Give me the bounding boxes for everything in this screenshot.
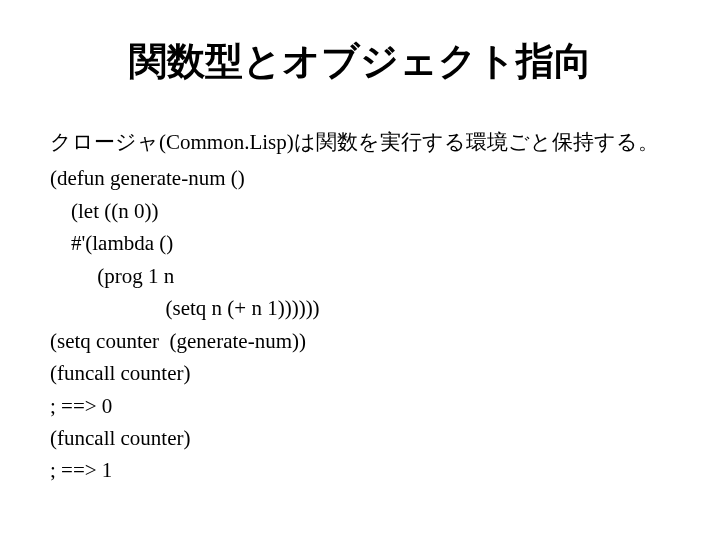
slide-title: 関数型とオブジェクト指向 [50,36,670,87]
code-line: (funcall counter) [50,358,670,388]
code-line: ; ==> 0 [50,391,670,421]
slide: 関数型とオブジェクト指向 クロージャ(Common.Lisp)は関数を実行する環… [0,0,720,540]
lead-text: クロージャ(Common.Lisp)は関数を実行する環境ごと保持する。 [50,127,670,157]
code-line: ; ==> 1 [50,455,670,485]
code-line: (setq n (+ n 1)))))) [50,293,670,323]
code-line: (prog 1 n [50,261,670,291]
code-line: #'(lambda () [50,228,670,258]
code-line: (defun generate-num () [50,163,670,193]
slide-body: クロージャ(Common.Lisp)は関数を実行する環境ごと保持する。 (def… [50,127,670,486]
code-line: (let ((n 0)) [50,196,670,226]
code-line: (funcall counter) [50,423,670,453]
code-line: (setq counter (generate-num)) [50,326,670,356]
